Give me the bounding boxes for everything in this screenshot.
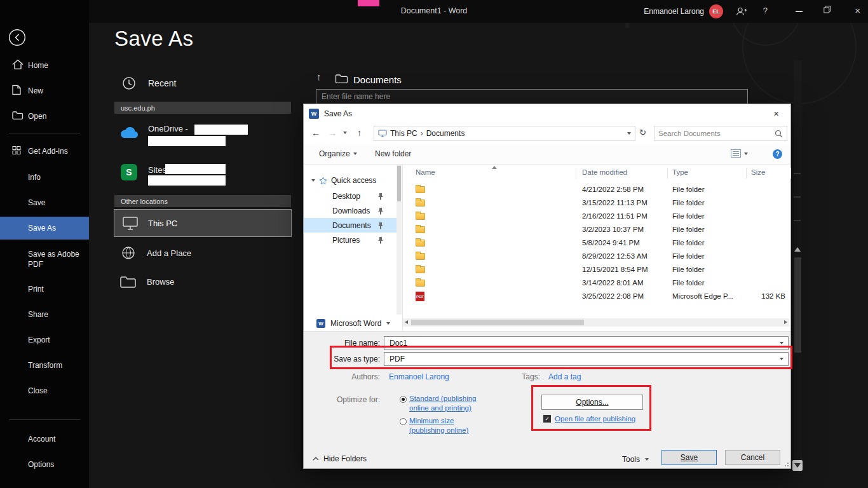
radio-standard-label[interactable]: Standard (publishingonline and printing) (409, 394, 477, 413)
tools-menu[interactable]: Tools (622, 455, 649, 464)
nav-forward-icon[interactable]: → (328, 128, 337, 138)
pin-icon[interactable] (377, 207, 384, 215)
resize-grip[interactable] (783, 461, 789, 466)
file-name-combo[interactable]: Doc1 (384, 336, 789, 350)
sidebar-item-options[interactable]: Options (0, 456, 89, 473)
sidebar-item-home[interactable]: Home (0, 57, 89, 74)
restore-icon[interactable] (824, 6, 831, 13)
sidebar-item-save[interactable]: Save (0, 194, 89, 211)
share-person-icon[interactable] (736, 7, 747, 16)
radio-standard[interactable] (400, 396, 407, 403)
this-pc-item[interactable]: This PC (114, 210, 291, 236)
radio-minimum-size-label[interactable]: Minimum size(publishing online) (409, 416, 468, 435)
column-name[interactable]: Name (416, 168, 435, 176)
file-row[interactable]: 3/15/2022 11:13 PMFile folder (403, 196, 790, 210)
back-button[interactable] (8, 29, 26, 49)
file-row[interactable]: 12/15/2021 8:54 PMFile folder (403, 263, 790, 276)
minimize-icon[interactable] (796, 11, 803, 12)
radio-minimum-size[interactable] (400, 418, 407, 425)
save-as-type-combo[interactable]: PDF (384, 352, 789, 366)
tree-item-documents[interactable]: Documents (304, 218, 398, 233)
pin-icon[interactable] (377, 236, 384, 244)
tree-item-pictures[interactable]: Pictures (304, 233, 398, 247)
organize-menu[interactable]: Organize (319, 149, 357, 158)
tree-item-desktop[interactable]: Desktop (304, 189, 398, 203)
sidebar-item-transform[interactable]: Transform (0, 357, 89, 374)
options-button[interactable]: Options... (541, 395, 643, 410)
view-toggle-button[interactable] (731, 149, 748, 158)
up-folder-icon[interactable]: ↑ (316, 71, 322, 82)
sidebar-item-info[interactable]: Info (0, 169, 89, 186)
column-date-modified[interactable]: Date modified (582, 168, 627, 176)
account-name[interactable]: Enmanoel Larong (644, 7, 704, 16)
file-row[interactable]: PDF3/25/2022 2:08 PMMicrosoft Edge P...1… (403, 290, 790, 303)
tree-item-microsoft-word[interactable]: W Microsoft Word (304, 317, 398, 330)
sidebar-item-save-as-adobe-pdf[interactable]: Save as Adobe PDF (0, 247, 89, 272)
help-button[interactable]: ? (773, 149, 782, 159)
recent-section[interactable]: Recent (122, 76, 176, 90)
nav-history-chevron-icon[interactable] (343, 132, 347, 134)
tree-item-downloads[interactable]: Downloads (304, 203, 398, 218)
backstage-filename-input[interactable] (316, 89, 748, 104)
file-row[interactable]: 4/21/2022 2:58 PMFile folder (403, 183, 790, 196)
file-row[interactable]: 8/29/2022 12:53 AMFile folder (403, 250, 790, 263)
nav-back-icon[interactable]: ← (311, 128, 320, 138)
org-section-label: usc.edu.ph (114, 102, 291, 114)
close-icon[interactable]: × (855, 5, 860, 16)
sidebar-item-open[interactable]: Open (0, 108, 89, 125)
sidebar-item-save-as[interactable]: Save As (0, 217, 89, 240)
file-row[interactable]: 5/8/2024 9:41 PMFile folder (403, 236, 790, 250)
file-row[interactable]: 3/14/2022 8:01 AMFile folder (403, 276, 790, 290)
search-icon[interactable] (775, 130, 783, 138)
nav-pane-scrollbar[interactable] (397, 165, 402, 315)
pin-icon[interactable] (377, 193, 384, 200)
browse-label: Browse (147, 277, 174, 287)
column-size[interactable]: Size (751, 168, 765, 176)
hide-folders-button[interactable]: Hide Folders (313, 454, 367, 463)
sidebar-item-new[interactable]: New (0, 83, 89, 99)
pin-icon[interactable] (377, 222, 384, 229)
file-row[interactable]: 2/16/2022 11:51 PMFile folder (403, 210, 790, 223)
cancel-button[interactable]: Cancel (725, 450, 780, 465)
scroll-down-button[interactable] (792, 460, 803, 471)
nav-up-icon[interactable]: ↑ (357, 128, 362, 138)
breadcrumb-folder[interactable]: Documents (426, 129, 465, 138)
scroll-thumb[interactable] (397, 166, 401, 201)
sidebar-item-close[interactable]: Close (0, 383, 89, 399)
authors-value[interactable]: Enmanoel Larong (389, 372, 449, 381)
scroll-thumb[interactable] (411, 320, 584, 325)
folder-icon (416, 240, 425, 247)
refresh-icon[interactable]: ↻ (639, 128, 646, 137)
add-place-item[interactable]: Add a Place (121, 245, 191, 261)
new-folder-button[interactable]: New folder (375, 149, 411, 158)
breadcrumb-chevron-icon[interactable] (627, 132, 631, 135)
sidebar-item-share[interactable]: Share (0, 306, 89, 323)
sidebar-item-export[interactable]: Export (0, 332, 89, 348)
quick-access-header[interactable]: Quick access (304, 175, 398, 186)
scroll-thumb[interactable] (794, 257, 801, 353)
dialog-navbar: ← → ↑ This PC › Documents ↻ (304, 123, 790, 144)
breadcrumb-root[interactable]: This PC (390, 129, 417, 138)
browse-item[interactable]: Browse (119, 275, 174, 288)
tags-add-link[interactable]: Add a tag (548, 372, 581, 381)
account-avatar[interactable]: EL (709, 4, 723, 18)
sidebar-item-label: Info (28, 173, 41, 182)
file-row[interactable]: 3/2/2023 10:37 PMFile folder (403, 223, 790, 236)
horizontal-scrollbar[interactable] (403, 318, 789, 327)
sidebar-item-get-addins[interactable]: Get Add-ins (0, 143, 89, 159)
sidebar-item-label: New (28, 86, 43, 95)
column-type[interactable]: Type (672, 168, 688, 176)
open-after-publishing-checkbox[interactable]: ✓ (543, 415, 551, 423)
organize-label: Organize (319, 149, 350, 158)
scroll-up-icon[interactable] (794, 247, 801, 252)
search-input[interactable] (658, 130, 775, 137)
help-icon[interactable]: ? (763, 6, 768, 15)
scroll-right-icon[interactable] (784, 320, 787, 324)
save-button[interactable]: Save (661, 450, 717, 465)
sidebar-item-account[interactable]: Account (0, 431, 89, 447)
dialog-close-icon[interactable]: × (762, 104, 790, 123)
chevron-down-icon[interactable] (386, 322, 390, 325)
sidebar-item-print[interactable]: Print (0, 281, 89, 297)
scroll-left-icon[interactable] (405, 320, 408, 324)
open-after-publishing-label[interactable]: Open file after publishing (555, 415, 635, 423)
